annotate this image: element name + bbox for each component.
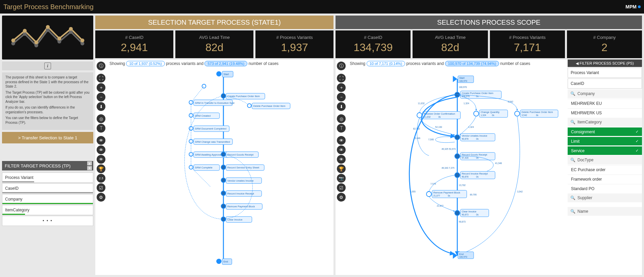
left-sidebar: i The purpose of this sheet is to compar…: [2, 16, 93, 275]
process-graph-2[interactable]: Showing 10 of 7,171 (0.14%) process vari…: [347, 60, 568, 275]
cases-pill-1[interactable]: 573 of 2,941 (19.48%): [204, 61, 247, 66]
svg-text:SRM Complete: SRM Complete: [195, 166, 213, 169]
tool2-gear-icon[interactable]: ⚙: [337, 193, 346, 202]
tool-fullscreen-icon[interactable]: ⛶: [97, 74, 105, 83]
tool-branch-icon[interactable]: ⟙: [97, 124, 105, 133]
ps-item-mehrwerk-us[interactable]: MEHRWERK US: [568, 108, 642, 117]
ps-item-standard-po[interactable]: Standard PO: [568, 184, 642, 193]
tool-counter-icon[interactable]: 2.3: [97, 174, 105, 183]
ps-item-limit[interactable]: Limit: [568, 137, 642, 145]
tool-download-icon[interactable]: ⬇: [97, 102, 105, 111]
svg-text:SRM Created: SRM Created: [195, 114, 210, 117]
info-icon[interactable]: i: [44, 63, 51, 69]
tool2-trophy-icon[interactable]: 🏆: [337, 164, 346, 173]
kpi-variants-2: # Process Variants 7,171: [490, 30, 565, 58]
ps-item-consignment[interactable]: Consignment: [568, 127, 642, 136]
ps-item-framework[interactable]: Framework order: [568, 175, 642, 183]
svg-text:Record Invoice Receipt: Record Invoice Receipt: [462, 172, 488, 175]
search-icon[interactable]: 🔍: [570, 120, 575, 124]
svg-text:SRM Document Completed: SRM Document Completed: [195, 127, 226, 130]
svg-point-25: [189, 126, 193, 131]
tool-gear-icon[interactable]: ⚙: [97, 193, 105, 202]
svg-text:90,878: 90,878: [462, 138, 469, 140]
tool-eye3-icon[interactable]: 👁: [97, 155, 105, 164]
search-icon[interactable]: 🔍: [570, 209, 575, 214]
tool-zoom-out-icon[interactable]: －: [97, 93, 105, 101]
tool-eye2-icon[interactable]: 👁: [97, 145, 105, 154]
tool-target-icon[interactable]: ◎: [97, 114, 105, 123]
svg-text:0s: 0s: [492, 114, 495, 116]
filter-item-company[interactable]: Company: [2, 194, 93, 204]
svg-point-55: [221, 204, 226, 208]
tool2-info-icon[interactable]: ⓘ: [337, 62, 346, 70]
ps-group-itemcategory: 🔍ItemCategory: [568, 118, 642, 126]
ps-input-process-variant[interactable]: Process Variant: [568, 68, 642, 78]
transfer-selection-button[interactable]: > Transfer Selection to State 1: [2, 132, 93, 143]
svg-point-119: [426, 191, 431, 197]
svg-text:11,032: 11,032: [418, 102, 425, 105]
ps-item-ec-po[interactable]: EC Purchase order: [568, 165, 642, 174]
svg-point-31: [189, 152, 193, 156]
ps-item-mehrwerk-eu[interactable]: MEHRWERK EU: [568, 99, 642, 108]
showing-bar-1: Showing 10 of 1,937 (0.52%) process vari…: [107, 60, 333, 68]
variants-pill-2[interactable]: 10 of 7,171 (0.14%): [367, 61, 405, 66]
tool-zoom-in-icon[interactable]: ＋: [97, 83, 105, 92]
showing-bar-2: Showing 10 of 7,171 (0.14%) process vari…: [347, 60, 568, 68]
svg-text:90,873: 90,873: [462, 213, 469, 216]
svg-text:Remove Payment Block: Remove Payment Block: [227, 205, 255, 208]
svg-text:13,702: 13,702: [459, 184, 466, 186]
panel2-header: SELECTIONS PROCESS SCOPE: [336, 16, 642, 29]
kpi-caseid-1: # CaseID 2,941: [95, 30, 173, 58]
filter-tp-list: Process Variant CaseID Company ItemCateg…: [2, 172, 93, 226]
tool2-zoom-out-icon[interactable]: －: [337, 93, 346, 101]
node-clearinv: Clear Invoice90,8730s: [455, 209, 489, 217]
filter-item-more[interactable]: • • •: [2, 216, 93, 226]
scroll-up-icon[interactable]: ▲: [87, 161, 92, 165]
logo-dot: [638, 5, 641, 8]
ps-input-caseid[interactable]: CaseID: [568, 78, 642, 89]
search-icon[interactable]: 🔍: [570, 91, 575, 96]
svg-point-40: [247, 104, 251, 108]
tool2-zoom-in-icon[interactable]: ＋: [337, 83, 346, 92]
tool2-download-icon[interactable]: ⬇: [337, 102, 346, 111]
tool2-target-icon[interactable]: ◎: [337, 114, 346, 123]
cases-pill-2[interactable]: 100,970 of 134,739 (74.94%): [445, 61, 499, 66]
scroll-down-icon[interactable]: ▼: [87, 166, 92, 170]
tool2-camera-icon[interactable]: 📷: [337, 174, 346, 183]
filter-item-caseid[interactable]: CaseID: [2, 183, 93, 193]
tool2-check-icon[interactable]: ☑: [337, 183, 346, 192]
svg-text:0s: 0s: [476, 176, 479, 178]
node-create: Create Purchase Order Item100,9700s: [455, 91, 501, 98]
tool-info-icon[interactable]: ⓘ: [97, 62, 105, 70]
svg-text:100,970: 100,970: [459, 86, 467, 88]
filter-ps-header[interactable]: ◀ FILTER PROCESS SCOPE (PS): [568, 60, 642, 67]
kpi-variants-1: # Process Variants 1,937: [255, 30, 333, 58]
tool2-eye1-icon[interactable]: 👁: [337, 136, 346, 145]
svg-text:Create Purchase Order Item: Create Purchase Order Item: [227, 95, 260, 98]
tool2-fullscreen-icon[interactable]: ⛶: [337, 74, 346, 83]
svg-text:0s: 0s: [439, 116, 441, 118]
svg-text:SRM Awaiting Approval: SRM Awaiting Approval: [195, 153, 222, 156]
svg-text:0s: 0s: [476, 95, 479, 97]
tool-trophy-icon[interactable]: 🏆: [97, 164, 105, 173]
svg-text:Record Goods Receipt: Record Goods Receipt: [462, 153, 488, 156]
tool2-eye2-icon[interactable]: 👁: [337, 145, 346, 154]
svg-point-46: [221, 165, 226, 169]
node-payblock: Remove Payment Block21,0770s: [426, 190, 467, 198]
tool2-branch-icon[interactable]: ⟙: [337, 124, 346, 133]
svg-point-111: [455, 172, 460, 178]
filter-item-process-variant[interactable]: Process Variant: [2, 172, 93, 183]
svg-point-18: [202, 84, 206, 88]
tool-check-icon[interactable]: ☑: [97, 183, 105, 192]
search-icon[interactable]: 🔍: [570, 158, 575, 162]
process-graph-1[interactable]: Showing 10 of 1,937 (0.52%) process vari…: [107, 60, 333, 275]
ps-item-service[interactable]: Service: [568, 146, 642, 155]
tool2-eye3-icon[interactable]: 👁: [337, 155, 346, 164]
svg-text:90,878: 90,878: [462, 176, 469, 178]
variants-pill-1[interactable]: 10 of 1,937 (0.52%): [126, 61, 165, 66]
ps-group-name: 🔍Name: [568, 207, 642, 216]
tool-eye1-icon[interactable]: 👁: [97, 136, 105, 145]
filter-item-itemcategory[interactable]: ItemCategory: [2, 205, 93, 215]
app-logo: MPM: [625, 4, 641, 9]
search-icon[interactable]: 🔍: [570, 195, 575, 200]
